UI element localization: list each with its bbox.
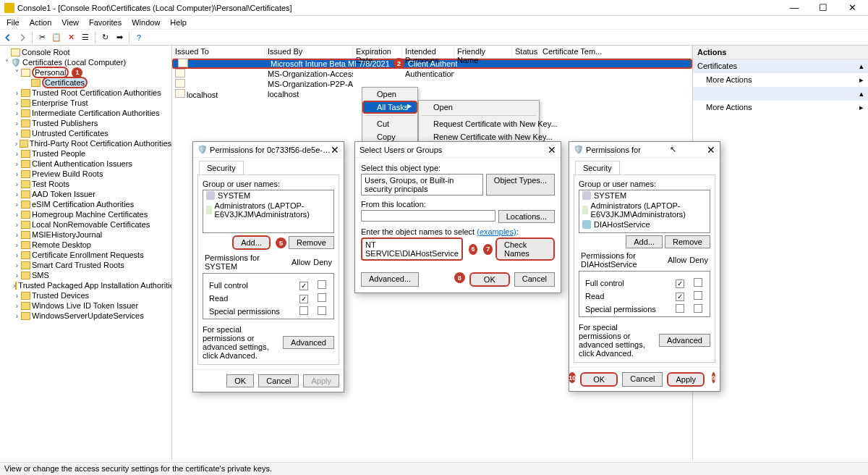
cert-row[interactable]: MS-Organization-P2P-Access [20... — [172, 79, 692, 89]
menu-window[interactable]: Window — [127, 17, 165, 28]
tree-item[interactable]: Certificate Enrollment Requests — [32, 251, 144, 259]
actions-more-2[interactable]: More Actions▸ — [693, 101, 868, 114]
user-icon — [582, 191, 591, 200]
export-icon[interactable]: ➡ — [113, 31, 126, 44]
col-issued-to[interactable]: Issued To — [172, 46, 265, 58]
menu-favorites[interactable]: Favorites — [84, 17, 127, 28]
actions-section-certificates[interactable]: Certificates▴ — [693, 59, 868, 73]
tree-certs[interactable]: Certificates (Local Computer) — [22, 58, 126, 67]
menu-action[interactable]: Action — [25, 17, 57, 28]
tree-item[interactable]: AAD Token Issuer — [32, 190, 95, 198]
col-issued-by[interactable]: Issued By — [265, 46, 353, 58]
tree-item[interactable]: Homegroup Machine Certificates — [32, 210, 148, 219]
dlg1-tab-security[interactable]: Security — [199, 161, 244, 175]
tree-root[interactable]: Console Root — [22, 48, 70, 56]
sub-open[interactable]: Open — [419, 101, 539, 114]
dlg3-ok-button[interactable]: OK — [580, 372, 618, 387]
dlg2-check-names-button[interactable]: Check Names — [495, 238, 555, 261]
tree-item[interactable]: eSIM Certification Authorities — [32, 200, 134, 209]
dlg2-object-types-button[interactable]: Object Types... — [486, 174, 555, 196]
tree-item[interactable]: Third-Party Root Certification Authoriti… — [30, 139, 171, 148]
dlg1-cancel-button[interactable]: Cancel — [258, 374, 299, 387]
tree-item[interactable]: Enterprise Trust — [32, 98, 88, 107]
tree-item[interactable]: Trusted Publishers — [32, 119, 98, 127]
cert-row[interactable]: Microsoft Intune Beta MDM De...7/8/2021C… — [172, 59, 692, 69]
dlg1-ok-button[interactable]: OK — [226, 374, 254, 387]
tree-item[interactable]: Test Roots — [32, 180, 69, 188]
forward-icon[interactable] — [16, 31, 29, 44]
chk-deny[interactable] — [318, 280, 326, 289]
menu-help[interactable]: Help — [165, 17, 192, 28]
dlg1-apply-button[interactable]: Apply — [303, 374, 339, 387]
dlg2-locations-button[interactable]: Locations... — [498, 210, 555, 223]
ctx-open[interactable]: Open — [362, 88, 417, 101]
col-status[interactable]: Status — [512, 46, 540, 58]
dlg3-user-list[interactable]: SYSTEM Administrators (LAPTOP-E6V3JKJM\A… — [579, 190, 710, 233]
col-expiration[interactable]: Expiration Date — [353, 46, 402, 58]
properties-icon[interactable]: ☰ — [79, 31, 92, 44]
dlg2-advanced-button[interactable]: Advanced... — [361, 272, 419, 287]
group-icon — [206, 206, 212, 214]
minimize-button[interactable]: — — [780, 1, 809, 15]
tree-item[interactable]: Smart Card Trusted Roots — [32, 261, 124, 269]
col-friendly[interactable]: Friendly Name — [454, 46, 512, 58]
delete-icon[interactable]: ✕ — [64, 31, 77, 44]
tree-item[interactable]: Trusted Root Certification Authorities — [32, 88, 161, 97]
tree-item[interactable]: MSIEHistoryJournal — [32, 230, 102, 239]
window-title: Console1 - [Console Root\Certificates (L… — [17, 4, 780, 12]
dlg2-close-icon[interactable]: ✕ — [548, 144, 556, 156]
tree-item[interactable]: Untrusted Certificates — [32, 129, 109, 138]
dlg3-tab-security[interactable]: Security — [575, 161, 620, 175]
tree-item[interactable]: Windows Live ID Token Issuer — [32, 301, 138, 310]
sub-request[interactable]: Request Certificate with New Key... — [419, 117, 539, 130]
dlg1-remove-button[interactable]: Remove — [289, 236, 334, 249]
tree-item[interactable]: SMS — [32, 271, 49, 279]
dlg3-add-button[interactable]: Add... — [626, 235, 663, 248]
dlg3-cancel-button[interactable]: Cancel — [622, 372, 663, 387]
cut-icon[interactable]: ✂ — [35, 31, 48, 44]
tree-item[interactable]: Preview Build Roots — [32, 169, 103, 178]
ctx-cut[interactable]: Cut — [362, 117, 417, 130]
dlg2-examples-link[interactable]: (examples) — [477, 227, 516, 236]
group-icon — [582, 206, 588, 214]
tree-item[interactable]: Local NonRemovable Certificates — [32, 220, 150, 229]
dlg3-advanced-button[interactable]: Advanced — [659, 334, 710, 347]
dlg2-cancel-button[interactable]: Cancel — [514, 272, 555, 287]
actions-section-blank[interactable]: ▴ — [693, 87, 868, 101]
dlg2-ok-button[interactable]: OK — [469, 272, 510, 287]
close-button[interactable]: ✕ — [838, 1, 867, 15]
refresh-icon[interactable]: ↻ — [98, 31, 111, 44]
dlg3-remove-button[interactable]: Remove — [665, 235, 710, 248]
dlg3-perm-list: Full control✓ Read✓ Special permissions — [579, 271, 710, 317]
tree-item[interactable]: Client Authentication Issuers — [32, 159, 132, 168]
ctx-all-tasks[interactable]: All Tasks3 — [362, 101, 417, 114]
chk-allow[interactable]: ✓ — [299, 282, 308, 290]
tree-certificates[interactable]: Certificates — [45, 78, 85, 87]
tree-item[interactable]: Remote Desktop — [32, 240, 91, 249]
help-icon[interactable]: ? — [132, 31, 145, 44]
tree-personal[interactable]: Personal — [35, 68, 66, 77]
actions-more-1[interactable]: More Actions▸ — [693, 73, 868, 87]
tree-item[interactable]: WindowsServerUpdateServices — [32, 311, 144, 320]
tree-item[interactable]: Trusted Packaged App Installation Author… — [18, 281, 172, 290]
tree-item[interactable]: Intermediate Certification Authorities — [32, 109, 160, 117]
cert-row[interactable]: localhostlocalhost — [172, 89, 692, 99]
tree-item[interactable]: Trusted Devices — [32, 291, 89, 300]
cert-row[interactable]: MS-Organization-AccessAuthentication — [172, 69, 692, 79]
col-purposes[interactable]: Intended Purposes — [402, 46, 454, 58]
copy-icon[interactable]: 📋 — [50, 31, 63, 44]
menu-view[interactable]: View — [56, 17, 84, 28]
dlg2-object-names-input[interactable]: NT SERVICE\DIAHostService — [361, 238, 463, 261]
dlg3-close-icon[interactable]: ✕ — [707, 144, 715, 156]
tree-item[interactable]: Trusted People — [32, 149, 85, 158]
callout-5: 5 — [276, 238, 286, 248]
dlg1-add-button[interactable]: Add... — [232, 235, 271, 250]
back-icon[interactable] — [1, 31, 14, 44]
dlg1-user-list[interactable]: SYSTEM Administrators (LAPTOP-E6V3JKJM\A… — [203, 190, 334, 233]
dlg1-advanced-button[interactable]: Advanced — [283, 336, 334, 349]
col-template[interactable]: Certificate Tem... — [540, 46, 692, 58]
menu-file[interactable]: File — [1, 17, 25, 28]
maximize-button[interactable]: ☐ — [809, 1, 838, 15]
dlg1-close-icon[interactable]: ✕ — [331, 144, 339, 156]
dlg3-apply-button[interactable]: Apply — [667, 372, 705, 387]
